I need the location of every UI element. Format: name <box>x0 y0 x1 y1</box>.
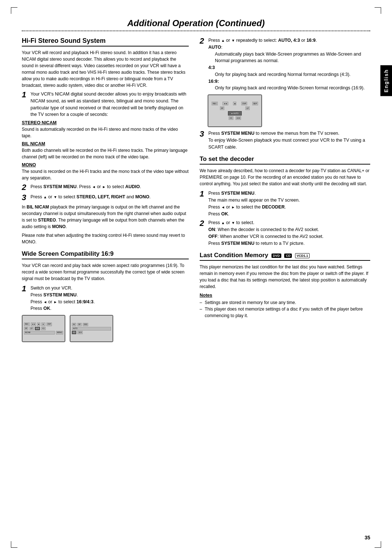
note-item-2: This player does not memorize settings o… <box>200 306 370 319</box>
tv-screen-wide-inner: REC ◄◄ ■ OVP SEP SP LP ► AUTO <box>208 95 261 126</box>
hifi-intro: Your VCR will record and playback Hi-Fi … <box>22 49 189 89</box>
step-content: Press SYSTEM MENU to remove the menus fr… <box>208 130 370 150</box>
corner-mark-br <box>375 541 381 548</box>
stereo-nicam-label: STEREO NICAM <box>22 120 189 125</box>
note-item-1: Settings are stored in memory for use an… <box>200 299 370 306</box>
notes-title: Notes <box>200 293 370 298</box>
tv-screen-inner-1: REC ◄◄ ■ ► OVP SP LP 16:9 4:3 <box>23 316 65 341</box>
page-number: 35 <box>364 535 370 540</box>
stereo-nicam-text: Sound is automatically recorded on the H… <box>22 126 189 139</box>
corner-mark-tl <box>11 7 17 14</box>
corner-mark-bl <box>11 541 17 548</box>
step-number: 1 <box>200 190 206 198</box>
step-number: 2 <box>200 37 206 45</box>
language-tab: English <box>380 65 392 96</box>
main-content: Hi-Fi Stereo Sound System Your VCR will … <box>22 37 370 345</box>
wide-step3: 3 Press SYSTEM MENU to remove the menus … <box>200 130 370 150</box>
tracking-note: Please note that when adjusting the trac… <box>22 232 189 245</box>
step-number: 3 <box>22 194 28 202</box>
wide-screen-tv-container: REC ◄◄ ■ OVP SEP SP LP ► AUTO <box>208 94 370 127</box>
corner-mark-tr <box>375 7 381 14</box>
mono-text: The sound is recorded on the Hi-Fi track… <box>22 168 189 181</box>
step-number: 2 <box>22 183 28 191</box>
step-content: Press or to select. ON: When the decoder… <box>208 219 370 247</box>
step-content: Press or to select STEREO, LEFT, RIGHT a… <box>30 194 189 200</box>
hifi-step1: 1 Your VCR's NICAM digital sound decoder… <box>22 91 189 118</box>
tv-screen-2: AV SP OSD AUTO 4:3 16:9 <box>70 315 113 342</box>
step-number: 2 <box>200 219 206 227</box>
hifi-step3: 3 Press or to select STEREO, LEFT, RIGHT… <box>22 194 189 202</box>
title-divider <box>22 31 370 31</box>
hifi-section-title: Hi-Fi Stereo Sound System <box>22 37 189 46</box>
step-content: Press or repeatedly to select: AUTO, 4:3… <box>208 37 370 92</box>
vcd-badge: VCD1.1 <box>295 253 310 258</box>
tv-screen-wide: REC ◄◄ ■ OVP SEP SP LP ► AUTO <box>208 94 262 127</box>
step-content: Your VCR's NICAM digital sound decoder a… <box>30 91 189 118</box>
step-content: Switch on your VCR. Press SYSTEM MENU. P… <box>30 285 189 312</box>
step-number: 3 <box>200 130 206 138</box>
cd-badge: CD <box>284 254 292 258</box>
left-column: Hi-Fi Stereo Sound System Your VCR will … <box>22 37 189 345</box>
tv-screen-1: REC ◄◄ ■ ► OVP SP LP 16:9 4:3 <box>22 315 65 342</box>
step-number: 1 <box>22 91 28 99</box>
last-condition-intro: This player memorizes the last condition… <box>200 264 370 290</box>
decoder-intro: We have already described, how to connec… <box>200 167 370 187</box>
bil-nicam-text: Both audio channels will be recorded on … <box>22 147 189 160</box>
wide-step2: 2 Press or repeatedly to select: AUTO, 4… <box>200 37 370 92</box>
last-condition-title: Last Condition Memory DVD CD VCD1.1 <box>200 252 370 261</box>
wide-screen-section-title: Wide Screen Compatibility 16:9 <box>22 250 189 259</box>
mono-label: MONO <box>22 162 189 167</box>
bil-nicam-note: In BIL NICAM playback the primary langua… <box>22 204 189 230</box>
hifi-step2: 2 Press SYSTEM MENU. Press or to select … <box>22 183 189 191</box>
decoder-section-title: To set the decoder <box>200 155 370 165</box>
page: English Additional Operation (Continued)… <box>0 0 392 555</box>
tv-screens-container: REC ◄◄ ■ ► OVP SP LP 16:9 4:3 <box>22 315 189 342</box>
step-number: 1 <box>22 285 28 293</box>
step-content: Press SYSTEM MENU. Press or to select AU… <box>30 183 189 190</box>
wide-screen-intro: Your VCR can record and play back wide s… <box>22 262 189 282</box>
decoder-step1: 1 Press SYSTEM MENU. The main menu will … <box>200 190 370 217</box>
right-column: 2 Press or repeatedly to select: AUTO, 4… <box>200 37 370 345</box>
tv-screen-inner-2: AV SP OSD AUTO 4:3 16:9 <box>70 316 113 341</box>
decoder-step2: 2 Press or to select. ON: When the decod… <box>200 219 370 247</box>
page-title: Additional Operation (Continued) <box>22 18 370 28</box>
step-content: Press SYSTEM MENU. The main menu will ap… <box>208 190 370 217</box>
wide-step1: 1 Switch on your VCR. Press SYSTEM MENU.… <box>22 285 189 312</box>
bil-nicam-label: BIL NICAM <box>22 141 189 146</box>
dvd-badge: DVD <box>271 254 281 258</box>
